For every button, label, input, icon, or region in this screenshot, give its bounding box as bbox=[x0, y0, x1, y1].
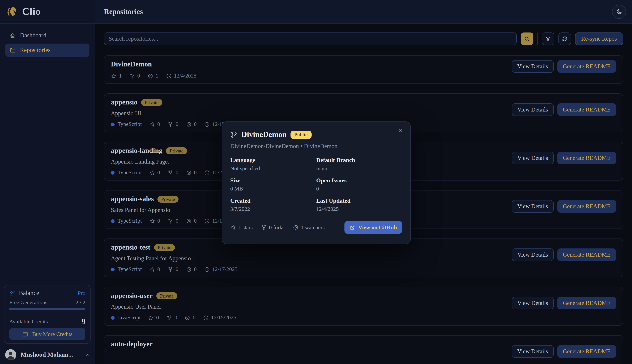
free-generations-progressbar bbox=[9, 308, 85, 310]
app-name: Clio bbox=[22, 6, 41, 17]
generate-readme-button[interactable]: Generate README bbox=[557, 345, 616, 358]
avatar bbox=[5, 349, 16, 360]
search-button[interactable] bbox=[521, 32, 533, 45]
star-icon bbox=[111, 73, 117, 79]
fork-icon bbox=[261, 224, 267, 230]
repo-language: JavaScript bbox=[118, 314, 141, 321]
view-on-github-button[interactable]: View on GitHub bbox=[344, 221, 402, 234]
repo-language: TypeScript bbox=[118, 218, 142, 224]
watchers-icon bbox=[186, 170, 192, 176]
repo-card: appensio-test Private Agent Testing Pane… bbox=[104, 238, 623, 277]
repo-language: TypeScript bbox=[118, 170, 142, 176]
field-label: Open Issues bbox=[316, 177, 402, 184]
view-details-button[interactable]: View Details bbox=[512, 152, 553, 164]
close-icon[interactable] bbox=[398, 128, 403, 133]
fork-icon bbox=[167, 266, 173, 272]
watchers-icon bbox=[186, 218, 192, 224]
chevron-up-icon bbox=[85, 352, 90, 357]
resync-repos-button[interactable]: Re-sync Repos bbox=[575, 32, 623, 45]
repo-card: DivineDemon 1 0 1 12/4/2025 View Details… bbox=[104, 56, 623, 84]
refresh-icon bbox=[562, 36, 567, 42]
repo-name: DivineDemon bbox=[111, 60, 152, 68]
repo-stars: 0 bbox=[157, 266, 160, 272]
buy-more-credits-button[interactable]: Buy More Credits bbox=[9, 328, 85, 340]
star-icon bbox=[149, 170, 155, 176]
repo-forks: 0 bbox=[175, 218, 178, 224]
field-label: Size bbox=[230, 177, 316, 184]
field-value: 0 bbox=[316, 186, 402, 192]
repo-stars: 0 bbox=[157, 121, 160, 127]
filter-button[interactable] bbox=[542, 32, 554, 45]
generate-readme-button[interactable]: Generate README bbox=[557, 248, 616, 261]
view-details-button[interactable]: View Details bbox=[512, 297, 553, 309]
user-menu[interactable]: Mushood Moham... bbox=[5, 348, 90, 361]
free-generations-value: 2 / 2 bbox=[76, 300, 85, 306]
repo-forks: 0 bbox=[137, 73, 140, 79]
repo-toolbar: Re-sync Repos bbox=[104, 32, 623, 45]
field-label: Last Updated bbox=[316, 198, 402, 204]
generate-readme-button[interactable]: Generate README bbox=[557, 60, 616, 73]
theme-toggle-button[interactable] bbox=[612, 4, 626, 19]
view-details-button[interactable]: View Details bbox=[512, 345, 553, 358]
repo-updated-date: 12/15/2025 bbox=[211, 314, 236, 321]
refresh-button[interactable] bbox=[558, 32, 571, 45]
fork-icon bbox=[167, 121, 173, 127]
modal-repo-name: DivineDemon bbox=[241, 130, 287, 139]
repo-updated-date: 12/17/2025 bbox=[212, 266, 238, 272]
private-badge: Private bbox=[157, 196, 178, 202]
view-details-button[interactable]: View Details bbox=[512, 103, 553, 116]
fork-icon bbox=[167, 170, 173, 176]
star-icon bbox=[149, 121, 155, 127]
star-icon bbox=[148, 315, 154, 320]
external-link-icon bbox=[349, 225, 355, 230]
field-value: main bbox=[316, 166, 402, 172]
language-dot bbox=[111, 122, 115, 126]
view-details-button[interactable]: View Details bbox=[512, 60, 553, 73]
repo-card: appensio-user Private Appensio User Pane… bbox=[104, 287, 623, 326]
star-icon bbox=[230, 224, 236, 230]
fork-icon bbox=[167, 218, 173, 224]
generate-readme-button[interactable]: Generate README bbox=[557, 200, 616, 213]
sidebar-item-label: Repositories bbox=[20, 46, 51, 54]
repo-name: appensio-user bbox=[111, 292, 153, 300]
repo-stars: 0 bbox=[157, 218, 160, 224]
language-dot bbox=[111, 268, 115, 271]
sidebar: Clio Dashboard Repositories bbox=[0, 0, 95, 364]
private-badge: Private bbox=[141, 99, 162, 106]
muse-logo-icon bbox=[6, 5, 19, 18]
search-input[interactable] bbox=[104, 32, 517, 45]
fork-icon bbox=[129, 73, 135, 79]
repo-details-modal: DivineDemon Public DivineDemon/DivineDem… bbox=[222, 122, 411, 244]
repo-language: TypeScript bbox=[118, 266, 142, 272]
star-icon bbox=[149, 218, 155, 224]
repo-name: appensio-test bbox=[111, 243, 150, 252]
watchers-icon bbox=[185, 315, 190, 320]
balance-card: Balance Pro Free Generations 2 / 2 Avail… bbox=[4, 285, 91, 344]
view-details-button[interactable]: View Details bbox=[512, 248, 553, 261]
generate-readme-button[interactable]: Generate README bbox=[557, 152, 616, 164]
modal-fields: LanguageNot specified Default Branchmain… bbox=[230, 157, 402, 212]
search-icon bbox=[524, 36, 530, 42]
field-value: 12/4/2025 bbox=[316, 206, 402, 212]
watchers-icon bbox=[147, 73, 153, 79]
view-details-button[interactable]: View Details bbox=[512, 200, 553, 213]
clock-icon bbox=[204, 266, 210, 272]
toolbar-divider bbox=[537, 33, 538, 45]
clock-icon bbox=[166, 73, 172, 79]
repo-language: TypeScript bbox=[118, 121, 142, 127]
sidebar-item-repositories[interactable]: Repositories bbox=[5, 44, 89, 57]
repo-watchers: 1 bbox=[156, 73, 158, 79]
field-label: Default Branch bbox=[316, 157, 402, 164]
language-dot bbox=[111, 171, 115, 174]
sidebar-item-dashboard[interactable]: Dashboard bbox=[5, 29, 89, 42]
plan-badge: Pro bbox=[78, 290, 85, 296]
generate-readme-button[interactable]: Generate README bbox=[557, 103, 616, 116]
generate-readme-button[interactable]: Generate README bbox=[557, 297, 616, 309]
watchers-icon bbox=[293, 224, 299, 230]
repo-name: appensio-sales bbox=[111, 195, 154, 203]
repo-watchers: 0 bbox=[194, 121, 197, 127]
repo-forks: 0 bbox=[175, 170, 178, 176]
repo-watchers: 0 bbox=[194, 170, 197, 176]
app-logo[interactable]: Clio bbox=[0, 0, 95, 24]
repo-description: Appensio UI bbox=[111, 110, 512, 117]
